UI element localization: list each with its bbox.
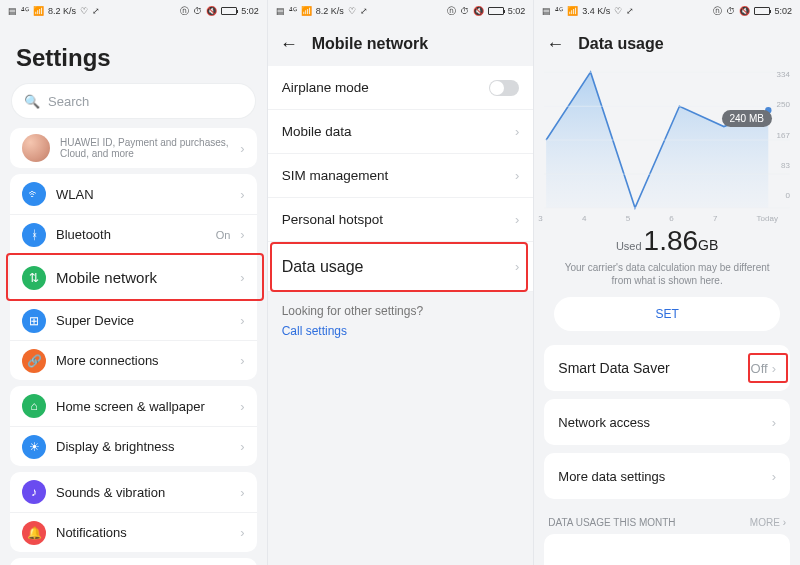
sounds-label: Sounds & vibration <box>56 485 230 500</box>
sim-icon: ▤ <box>542 6 551 16</box>
smart-saver-state: Off <box>751 361 768 376</box>
used-total: Used1.86GB <box>534 225 800 257</box>
display-label: Display & brightness <box>56 439 230 454</box>
back-button[interactable]: ← <box>546 34 564 55</box>
chevron-right-icon: › <box>240 525 244 540</box>
mobile-network-label: Mobile network <box>56 269 230 286</box>
airplane-mode-row[interactable]: Airplane mode <box>268 66 534 110</box>
more-connections-row[interactable]: 🔗 More connections › <box>10 340 257 380</box>
mute-icon: 🔇 <box>739 6 750 16</box>
heart-icon: ♡ <box>348 6 356 16</box>
usage-chart: 334 250 167 83 0 240 MB <box>544 70 790 220</box>
mobile-data-row[interactable]: Mobile data › <box>268 110 534 154</box>
set-button[interactable]: SET <box>554 297 780 331</box>
clock: 5:02 <box>508 6 526 16</box>
signal-icon: 📶 <box>33 6 44 16</box>
chevron-right-icon: › <box>240 141 244 156</box>
sim-row[interactable]: SIM management › <box>268 154 534 198</box>
super-device-row[interactable]: ⊞ Super Device › <box>10 300 257 340</box>
search-icon: 🔍 <box>24 94 40 109</box>
chevron-right-icon: › <box>240 227 244 242</box>
netspeed: 8.2 K/s <box>48 6 76 16</box>
settings-pane: ▤ ⁴ᴳ 📶 8.2 K/s ♡ ⤢ ⓝ ⏱ 🔇 5:02 Settings 🔍… <box>0 0 267 565</box>
chevron-right-icon: › <box>515 124 519 139</box>
bluetooth-label: Bluetooth <box>56 227 206 242</box>
chevron-right-icon: › <box>772 415 776 430</box>
nfc-icon: ⓝ <box>180 5 189 18</box>
chevron-right-icon: › <box>515 168 519 183</box>
sounds-row[interactable]: ♪ Sounds & vibration › <box>10 472 257 512</box>
grid-icon: ⊞ <box>22 309 46 333</box>
netspeed: 3.4 K/s <box>582 6 610 16</box>
bluetooth-state: On <box>216 229 231 241</box>
chevron-right-icon: › <box>240 485 244 500</box>
sim-label: SIM management <box>282 168 515 183</box>
y-axis-labels: 334 250 167 83 0 <box>777 70 790 200</box>
super-device-label: Super Device <box>56 313 230 328</box>
bell-icon: 🔔 <box>22 521 46 545</box>
chevron-right-icon: › <box>240 187 244 202</box>
signal-icon: 📶 <box>567 6 578 16</box>
heart-icon: ♡ <box>80 6 88 16</box>
sim-icon: ▤ <box>276 6 285 16</box>
mobile-network-row[interactable]: ⇅ Mobile network › <box>10 254 257 300</box>
profile-text: HUAWEI ID, Payment and purchases, Cloud,… <box>60 137 230 159</box>
more-data-settings-label: More data settings <box>558 469 771 484</box>
mobile-network-list: Airplane mode Mobile data › SIM manageme… <box>268 66 534 292</box>
more-data-settings-row[interactable]: More data settings › <box>544 453 790 499</box>
bluetooth-row[interactable]: ᚼ Bluetooth On › <box>10 214 257 254</box>
search-placeholder: Search <box>48 94 89 109</box>
chart-svg <box>544 70 790 210</box>
hotspot-row[interactable]: Personal hotspot › <box>268 198 534 242</box>
bluetooth-icon: ᚼ <box>22 223 46 247</box>
status-bar: ▤ ⁴ᴳ 📶 3.4 K/s ♡ ⤢ ⓝ ⏱ 🔇 5:02 <box>534 0 800 22</box>
mobile-data-label: Mobile data <box>282 124 515 139</box>
smart-data-saver-row[interactable]: Smart Data Saver Off › <box>544 345 790 391</box>
call-settings-link[interactable]: Call settings <box>282 324 520 338</box>
notifications-label: Notifications <box>56 525 230 540</box>
notifications-row[interactable]: 🔔 Notifications › <box>10 512 257 552</box>
wifi-icon: ᯤ <box>22 182 46 206</box>
status-bar: ▤ ⁴ᴳ 📶 8.2 K/s ♡ ⤢ ⓝ ⏱ 🔇 5:02 <box>268 0 534 22</box>
more-link[interactable]: MORE › <box>750 517 786 528</box>
sound-icon: ♪ <box>22 480 46 504</box>
chevron-right-icon: › <box>515 259 519 274</box>
profile-row[interactable]: HUAWEI ID, Payment and purchases, Cloud,… <box>10 128 257 168</box>
nfc-icon: ⓝ <box>713 5 722 18</box>
lte-icon: ⁴ᴳ <box>21 6 29 16</box>
cast-icon: ⤢ <box>360 6 368 16</box>
chevron-right-icon: › <box>240 399 244 414</box>
tip-text: Looking for other settings? <box>282 304 520 318</box>
home-screen-row[interactable]: ⌂ Home screen & wallpaper › <box>10 386 257 426</box>
heart-icon: ♡ <box>614 6 622 16</box>
airplane-toggle[interactable] <box>489 80 519 96</box>
mobile-data-icon: ⇅ <box>22 266 46 290</box>
more-connections-label: More connections <box>56 353 230 368</box>
network-access-label: Network access <box>558 415 771 430</box>
alarm-icon: ⏱ <box>460 6 469 16</box>
other-settings-tip: Looking for other settings? Call setting… <box>268 292 534 350</box>
cast-icon: ⤢ <box>626 6 634 16</box>
wlan-row[interactable]: ᯤ WLAN › <box>10 174 257 214</box>
back-button[interactable]: ← <box>280 34 298 55</box>
display-row[interactable]: ☀ Display & brightness › <box>10 426 257 466</box>
status-bar: ▤ ⁴ᴳ 📶 8.2 K/s ♡ ⤢ ⓝ ⏱ 🔇 5:02 <box>0 0 267 22</box>
alarm-icon: ⏱ <box>193 6 202 16</box>
data-usage-label: Data usage <box>282 258 515 276</box>
battery-icon <box>488 7 504 15</box>
month-usage-card <box>544 534 790 565</box>
data-usage-row[interactable]: Data usage › <box>268 242 534 292</box>
battery-icon <box>754 7 770 15</box>
network-access-row[interactable]: Network access › <box>544 399 790 445</box>
signal-icon: 📶 <box>301 6 312 16</box>
search-input[interactable]: 🔍 Search <box>12 84 255 118</box>
battery-icon <box>221 7 237 15</box>
clock: 5:02 <box>774 6 792 16</box>
cast-icon: ⤢ <box>92 6 100 16</box>
lte-icon: ⁴ᴳ <box>289 6 297 16</box>
biometrics-row[interactable]: ☝ Biometrics & password › <box>10 558 257 565</box>
carrier-note: Your carrier's data calculation may be d… <box>534 257 800 297</box>
lte-icon: ⁴ᴳ <box>555 6 563 16</box>
chevron-right-icon: › <box>240 270 244 285</box>
mobile-network-pane: ▤ ⁴ᴳ 📶 8.2 K/s ♡ ⤢ ⓝ ⏱ 🔇 5:02 ← Mobile n… <box>267 0 534 565</box>
